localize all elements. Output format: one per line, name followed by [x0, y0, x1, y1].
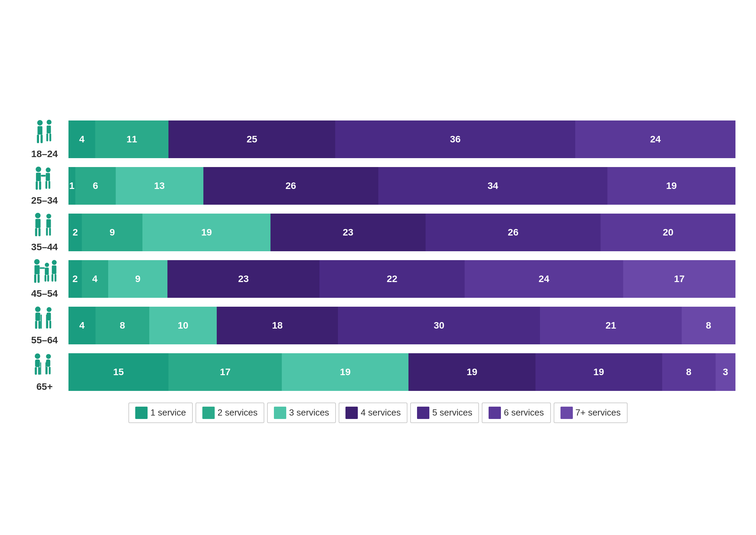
- svg-rect-36: [54, 274, 56, 281]
- legend-item-3: 3 services: [267, 403, 336, 423]
- age-label-65plus: 65+: [36, 381, 53, 392]
- age-label-45-54: 45–54: [31, 288, 58, 299]
- seg-25-34-5: 34: [378, 167, 607, 205]
- legend-item-5: 5 services: [410, 403, 479, 423]
- legend-item-6: 6 services: [482, 403, 551, 423]
- svg-rect-3: [40, 135, 42, 143]
- seg-45-54-1: 2: [68, 260, 82, 298]
- svg-rect-35: [51, 274, 53, 281]
- age-label-25-34: 25–34: [31, 195, 58, 206]
- seg-65plus-5: 19: [536, 353, 662, 391]
- svg-rect-27: [34, 274, 36, 283]
- svg-rect-32: [47, 275, 49, 282]
- legend-label-4: 4 services: [361, 407, 401, 418]
- seg-18-24-5: 36: [335, 120, 575, 158]
- svg-rect-26: [35, 265, 40, 274]
- svg-rect-19: [35, 228, 37, 236]
- svg-rect-50: [35, 367, 37, 374]
- age-label-55-64: 55–64: [31, 335, 58, 346]
- bar-65plus: 15 17 19 19 19 8 3: [68, 353, 735, 391]
- legend-color-3: [274, 407, 286, 419]
- legend: 1 service 2 services 3 services 4 servic…: [128, 403, 628, 423]
- svg-point-33: [52, 260, 56, 265]
- seg-65plus-1: 15: [68, 353, 168, 391]
- legend-label-3: 3 services: [289, 407, 329, 418]
- legend-color-5: [417, 407, 429, 419]
- svg-rect-34: [52, 265, 56, 274]
- legend-color-1: [135, 407, 148, 419]
- label-65plus: 65+: [21, 352, 68, 392]
- seg-35-44-5: 26: [426, 214, 601, 251]
- svg-rect-51: [38, 367, 40, 374]
- row-35-44: 35–44 2 9 19 23 26 20: [21, 212, 735, 253]
- seg-35-44-1: 2: [68, 214, 82, 251]
- legend-label-7: 7+ services: [576, 407, 621, 418]
- legend-item-4: 4 services: [339, 403, 407, 423]
- legend-color-2: [202, 407, 215, 419]
- svg-rect-42: [40, 314, 42, 329]
- seg-55-64-2: 8: [96, 307, 149, 344]
- icon-65plus: [27, 352, 62, 379]
- svg-rect-28: [38, 274, 40, 283]
- bar-45-54: 2 4 9 23 22 24 17: [68, 260, 735, 298]
- svg-rect-9: [36, 173, 41, 181]
- svg-point-48: [35, 353, 40, 359]
- icon-45-54: [27, 259, 62, 286]
- seg-25-34-3: 13: [116, 167, 203, 205]
- seg-55-64-4: 18: [217, 307, 338, 344]
- svg-rect-31: [45, 275, 46, 282]
- svg-rect-6: [46, 133, 48, 141]
- svg-rect-18: [35, 219, 40, 228]
- legend-color-4: [345, 407, 358, 419]
- svg-point-0: [37, 120, 43, 125]
- seg-18-24-2: 11: [95, 120, 168, 158]
- seg-35-44-3: 19: [142, 214, 270, 251]
- seg-65plus-7: 3: [716, 353, 735, 391]
- svg-point-25: [34, 259, 40, 264]
- svg-rect-5: [47, 125, 51, 133]
- seg-65plus-6: 8: [662, 353, 716, 391]
- svg-point-12: [46, 167, 51, 172]
- seg-65plus-4: 19: [408, 353, 535, 391]
- legend-label-1: 1 service: [150, 407, 186, 418]
- legend-label-6: 6 services: [504, 407, 544, 418]
- svg-rect-41: [38, 321, 40, 329]
- legend-item-1: 1 service: [128, 403, 193, 423]
- svg-rect-52: [40, 362, 41, 374]
- svg-rect-56: [49, 367, 50, 374]
- seg-55-64-6: 21: [540, 307, 681, 344]
- svg-point-53: [46, 354, 51, 359]
- bar-55-64: 4 8 10 18 30 21 8: [68, 307, 735, 344]
- label-55-64: 55–64: [21, 305, 68, 346]
- bar-25-34: 1 6 13 26 34 19: [68, 167, 735, 205]
- label-18-24: 18–24: [21, 119, 68, 160]
- svg-rect-49: [35, 359, 40, 367]
- svg-point-4: [47, 119, 51, 124]
- row-55-64: 55–64 4 8 10 18 30 21 8: [21, 305, 735, 346]
- icon-35-44: [27, 212, 62, 240]
- seg-18-24-6: 24: [575, 120, 735, 158]
- svg-rect-20: [38, 228, 40, 236]
- seg-25-34-2: 6: [75, 167, 116, 205]
- svg-point-8: [36, 166, 41, 172]
- seg-45-54-7: 17: [623, 260, 735, 298]
- seg-55-64-3: 10: [149, 307, 217, 344]
- svg-rect-23: [46, 228, 48, 235]
- row-25-34: 25–34 1 6 13 26 34 19: [21, 166, 735, 206]
- svg-rect-15: [49, 181, 50, 189]
- svg-rect-57: [46, 362, 47, 374]
- legend-color-7: [560, 407, 573, 419]
- svg-rect-22: [46, 219, 51, 228]
- seg-45-54-4: 23: [167, 260, 319, 298]
- legend-label-5: 5 services: [432, 407, 472, 418]
- svg-point-38: [35, 306, 40, 312]
- svg-point-17: [35, 213, 40, 218]
- seg-25-34-1: 1: [68, 167, 75, 205]
- label-45-54: 45–54: [21, 259, 68, 299]
- seg-25-34-4: 26: [203, 167, 379, 205]
- legend-item-7: 7+ services: [554, 403, 628, 423]
- svg-rect-37: [40, 267, 45, 268]
- svg-rect-1: [38, 126, 42, 135]
- svg-rect-10: [36, 181, 38, 190]
- seg-18-24-4: 25: [168, 120, 335, 158]
